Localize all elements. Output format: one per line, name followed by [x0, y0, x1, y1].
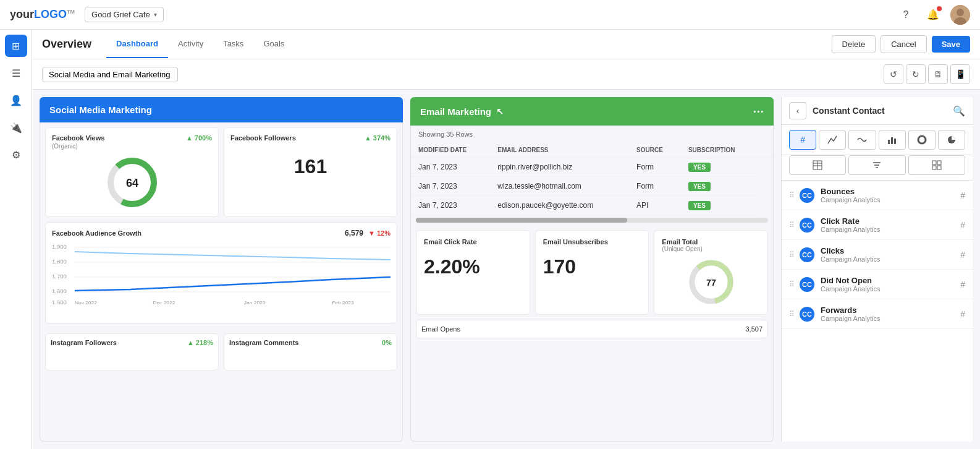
col-scroll [758, 143, 773, 158]
scroll-indicator[interactable] [416, 218, 768, 223]
audience-growth-value: 6,579 [345, 229, 363, 237]
wt-donut[interactable] [908, 130, 936, 150]
svg-rect-34 [932, 161, 936, 165]
audience-growth-header: Facebook Audience Growth 6,579 ▼ 12% [52, 229, 391, 237]
row1-date: Jan 7, 2023 [411, 158, 490, 177]
svg-text:1,900: 1,900 [52, 244, 67, 250]
sidebar-icon-integrations[interactable]: 🔌 [5, 116, 27, 139]
drag-handle-icon: ⠿ [789, 250, 795, 259]
table-header: Modified Date Email Address Source Subsc… [411, 143, 773, 158]
fb-followers-value: 161 [294, 155, 327, 178]
item-hash-click-rate: # [960, 220, 965, 230]
drag-handle-icon: ⠿ [789, 191, 795, 200]
notification-icon[interactable]: 🔔 [923, 5, 943, 25]
audience-growth-title: Facebook Audience Growth [52, 229, 142, 237]
wt-bar[interactable] [879, 130, 906, 150]
wt-line[interactable] [819, 130, 846, 150]
sidebar-item-bounces[interactable]: ⠿ CC Bounces Campaign Analytics # [782, 181, 973, 210]
item-sub-click-rate: Campaign Analytics [821, 226, 960, 233]
item-sub-did-not-open: Campaign Analytics [821, 285, 960, 293]
sidebar-back-button[interactable]: ‹ [789, 102, 806, 119]
cancel-button[interactable]: Cancel [881, 35, 926, 53]
wt-grid[interactable] [908, 155, 965, 175]
desktop-view-button[interactable]: 🖥 [928, 64, 948, 84]
sidebar-icon-home[interactable]: ⊞ [5, 35, 27, 57]
notification-badge [937, 6, 942, 11]
left-sidebar: ⊞ ☰ 👤 🔌 ⚙ [0, 30, 32, 449]
sidebar-item-forwards[interactable]: ⠿ CC Forwards Campaign Analytics # [782, 299, 973, 329]
row2-date: Jan 7, 2023 [411, 177, 490, 196]
dashboard-name-input[interactable] [42, 67, 178, 82]
main-content: Overview Dashboard Activity Tasks Goals … [32, 30, 980, 449]
undo-button[interactable]: ↺ [884, 64, 903, 84]
item-info-click-rate: Click Rate Campaign Analytics [821, 216, 960, 233]
row1-sub: YES [681, 158, 758, 177]
page-header: Overview Dashboard Activity Tasks Goals … [32, 30, 980, 59]
unsubscribes-title: Email Unsubscribes [543, 238, 641, 246]
dashboard-panels: Social Media Marketing Facebook Views (O… [40, 97, 774, 442]
wt-wave[interactable] [848, 130, 876, 150]
sidebar-icon-settings[interactable]: ⚙ [5, 143, 27, 166]
tab-goals[interactable]: Goals [253, 30, 294, 58]
delete-button[interactable]: Delete [832, 35, 876, 53]
fb-views-widget: Facebook Views (Organic) ▲ 700% [45, 127, 219, 217]
wt-number[interactable]: # [789, 130, 816, 150]
svg-text:1,700: 1,700 [52, 273, 67, 280]
wt-table[interactable] [789, 155, 846, 175]
cc-icon-bounces: CC [800, 188, 814, 203]
redo-button[interactable]: ↻ [906, 64, 926, 84]
svg-rect-37 [937, 166, 941, 169]
ig-comments-title: Instagram Comments [229, 339, 298, 346]
org-selector[interactable]: Good Grief Cafe ▾ [85, 7, 164, 22]
item-sub-clicks: Campaign Analytics [821, 255, 960, 263]
sidebar-title: Constant Contact [813, 106, 885, 116]
instagram-row: Instagram Followers ▲ 218% Instagram Com… [40, 328, 402, 375]
email-table-area: Showing 35 Rows Modified Date Email Addr… [411, 126, 773, 223]
sidebar-icon-list[interactable]: ☰ [5, 62, 27, 84]
svg-rect-22 [888, 140, 890, 144]
row1-email: rippin.river@pollich.biz [490, 158, 629, 177]
help-icon[interactable]: ? [896, 5, 916, 25]
sidebar-item-click-rate[interactable]: ⠿ CC Click Rate Campaign Analytics # [782, 210, 973, 240]
cc-icon-clicks: CC [800, 247, 814, 262]
tab-activity[interactable]: Activity [168, 30, 213, 58]
email-menu-dots[interactable]: ⋯ [753, 105, 764, 118]
row3-email: edison.paucek@goyette.com [490, 196, 629, 215]
header-actions: Delete Cancel Save [832, 35, 970, 53]
cursor-pointer-icon: ↖ [496, 106, 504, 116]
item-name-click-rate: Click Rate [821, 216, 960, 226]
social-media-header: Social Media Marketing [40, 97, 403, 122]
sidebar-item-clicks[interactable]: ⠿ CC Clicks Campaign Analytics # [782, 240, 973, 270]
fb-views-chart: 64 [104, 155, 160, 210]
wt-pie[interactable] [938, 130, 965, 150]
svg-text:1,600: 1,600 [52, 288, 67, 294]
svg-rect-23 [891, 137, 893, 144]
audience-growth-chart: 1,900 1,800 1,700 1,600 1,500 [52, 242, 391, 317]
email-opens-label: Email Opens [421, 325, 460, 333]
widget-type-row2 [782, 155, 973, 181]
email-total-chart: 77 [686, 257, 736, 307]
item-name-clicks: Clicks [821, 246, 960, 255]
sidebar-icon-users[interactable]: 👤 [5, 89, 27, 111]
item-hash-forwards: # [960, 309, 965, 319]
fb-followers-header: Facebook Followers ▲ 374% [230, 134, 391, 143]
sidebar-header: ‹ Constant Contact 🔍 [782, 97, 973, 125]
sidebar-search-icon[interactable]: 🔍 [953, 105, 965, 117]
mobile-view-button[interactable]: 📱 [950, 64, 970, 84]
table-row: Jan 7, 2023 wiza.tessie@hotmail.com Form… [411, 177, 773, 196]
tab-tasks[interactable]: Tasks [213, 30, 253, 58]
avatar[interactable] [950, 5, 970, 25]
sub-header: ↺ ↻ 🖥 📱 [32, 59, 980, 90]
email-total-subtitle: (Unique Open) [662, 246, 760, 252]
email-total-donut: 77 [662, 257, 760, 307]
col-email-address: Email Address [490, 143, 629, 158]
sidebar-item-did-not-open[interactable]: ⠿ CC Did Not Open Campaign Analytics # [782, 270, 973, 299]
item-name-bounces: Bounces [821, 187, 960, 196]
save-button[interactable]: Save [932, 36, 970, 53]
row2-sub: YES [681, 177, 758, 196]
email-marketing-panel: Email Marketing ↖ ⋯ Showing 35 Rows Modi… [410, 97, 774, 442]
tabs: Dashboard Activity Tasks Goals [106, 30, 294, 58]
wt-filter[interactable] [848, 155, 905, 175]
tab-dashboard[interactable]: Dashboard [106, 30, 168, 58]
sidebar-item-list: ⠿ CC Bounces Campaign Analytics # ⠿ CC C… [782, 181, 973, 442]
